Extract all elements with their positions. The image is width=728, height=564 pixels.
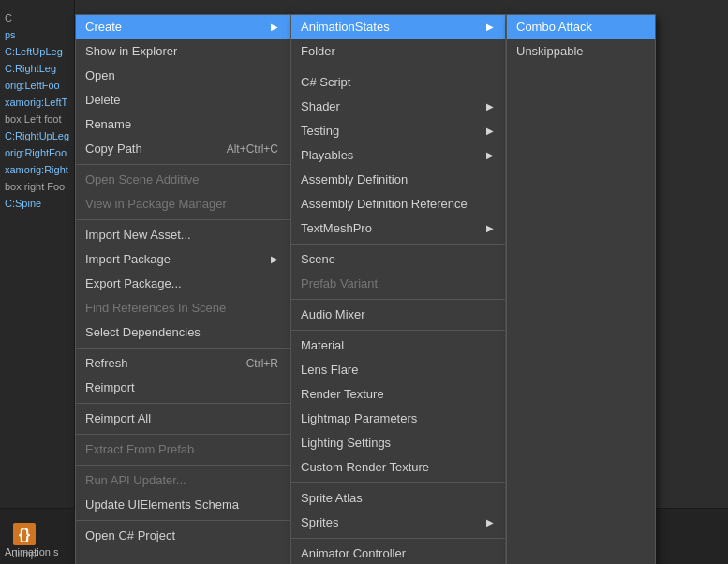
menu-item-rename[interactable]: Rename: [76, 112, 290, 137]
menu-item-label: Refresh: [85, 354, 128, 373]
menu-item-label: Assembly Definition Reference: [301, 195, 468, 214]
menu-item-custom-render-texture[interactable]: Custom Render Texture: [291, 455, 505, 480]
submenu-arrow: ▶: [486, 219, 494, 238]
sidebar-content: C ps C:LeftUpLeg C:RightLeg orig:LeftFoo…: [0, 0, 74, 221]
submenu-arrow: ▶: [271, 250, 278, 269]
menu-level3: Combo Attack Unskippable: [506, 14, 656, 564]
menu-item-lighting-settings[interactable]: Lighting Settings: [291, 431, 505, 455]
separator7: [76, 520, 290, 521]
menu-item-label: Scene: [301, 250, 335, 269]
menu-item-label: Sprites: [301, 513, 338, 532]
menu-item-label: Reimport All: [85, 409, 151, 428]
menu-item-refresh[interactable]: Refresh Ctrl+R: [76, 351, 290, 376]
menu-level1: Create ▶ Show in Explorer Open Delete Re…: [75, 14, 290, 564]
menu-item-folder[interactable]: Folder: [291, 39, 505, 64]
menu-item-lens-flare[interactable]: Lens Flare: [291, 358, 505, 382]
animation-icon: {}: [9, 519, 39, 549]
menu-item-shader[interactable]: Shader ▶: [291, 95, 505, 119]
context-menu-container: Create ▶ Show in Explorer Open Delete Re…: [75, 14, 656, 564]
menu-item-open-scene-additive: Open Scene Additive: [76, 168, 290, 192]
menu-item-label: Open Scene Additive: [85, 171, 199, 189]
menu-item-assembly-definition-reference[interactable]: Assembly Definition Reference: [291, 192, 505, 216]
menu-item-sprites[interactable]: Sprites ▶: [291, 511, 505, 535]
menu-item-label: Import New Asset...: [85, 226, 191, 245]
menu-item-show-explorer[interactable]: Show in Explorer: [76, 39, 290, 64]
menu-item-reimport-all[interactable]: Reimport All: [76, 407, 290, 431]
menu-item-export-package[interactable]: Export Package...: [76, 272, 290, 296]
menu-level2: AnimationStates ▶ Folder C# Script Shade…: [290, 14, 506, 564]
menu-item-reimport[interactable]: Reimport: [76, 376, 290, 400]
menu-item-playables[interactable]: Playables ▶: [291, 143, 505, 168]
menu-item-sprite-atlas[interactable]: Sprite Atlas: [291, 486, 505, 511]
submenu-arrow: ▶: [486, 146, 494, 165]
submenu-arrow: ▶: [486, 122, 494, 141]
menu-item-unskippable[interactable]: Unskippable: [507, 39, 655, 64]
separator6: [76, 465, 290, 466]
menu-item-animation-states[interactable]: AnimationStates ▶: [291, 15, 505, 39]
menu-item-label: Show in Explorer: [85, 42, 177, 61]
menu-item-material[interactable]: Material: [291, 334, 505, 358]
menu-item-label: AnimationStates: [301, 18, 390, 37]
menu-item-label: Playables: [301, 146, 353, 165]
menu-item-label: Combo Attack: [516, 18, 592, 37]
menu-item-label: Lighting Settings: [301, 434, 391, 453]
menu-item-label: C# Script: [301, 73, 350, 92]
menu-item-label: Testing: [301, 122, 339, 141]
submenu-arrow: ▶: [486, 97, 494, 116]
menu-item-import-new-asset[interactable]: Import New Asset...: [76, 223, 290, 247]
menu-item-label: Render Texture: [301, 385, 384, 404]
menu-item-audio-mixer[interactable]: Audio Mixer: [291, 303, 505, 327]
menu-item-label: Open C# Project: [85, 527, 175, 545]
menu-item-textmeshpro[interactable]: TextMeshPro ▶: [291, 216, 505, 241]
menu-item-label: Delete: [85, 91, 121, 110]
separator-l2-4: [291, 330, 505, 331]
menu-item-run-api-updater: Run API Updater...: [76, 468, 290, 493]
menu-item-label: Custom Render Texture: [301, 458, 429, 477]
menu-item-label: Animator Controller: [301, 544, 406, 563]
menu-item-delete[interactable]: Delete: [76, 88, 290, 112]
menu-item-label: Audio Mixer: [301, 305, 365, 324]
shortcut-copy-path: Alt+Ctrl+C: [227, 140, 278, 158]
menu-item-find-references: Find References In Scene: [76, 296, 290, 320]
svg-text:{}: {}: [19, 527, 30, 542]
menu-item-update-uielements[interactable]: Update UIElements Schema: [76, 493, 290, 517]
menu-item-label: Assembly Definition: [301, 171, 408, 189]
menu-item-open[interactable]: Open: [76, 64, 290, 88]
separator2: [76, 219, 290, 220]
menu-item-render-texture[interactable]: Render Texture: [291, 382, 505, 407]
submenu-arrow: ▶: [486, 18, 494, 37]
menu-item-select-dependencies[interactable]: Select Dependencies: [76, 320, 290, 345]
menu-item-label: Create: [85, 18, 122, 37]
menu-item-label: Unskippable: [516, 42, 584, 61]
menu-item-label: Export Package...: [85, 275, 182, 293]
menu-item-lightmap-parameters[interactable]: Lightmap Parameters: [291, 407, 505, 431]
menu-item-animator-controller[interactable]: Animator Controller: [291, 542, 505, 564]
menu-item-import-package[interactable]: Import Package ▶: [76, 247, 290, 272]
menu-item-label: Copy Path: [85, 140, 142, 158]
menu-item-scene[interactable]: Scene: [291, 247, 505, 272]
menu-item-label: Rename: [85, 115, 131, 134]
menu-item-label: Update UIElements Schema: [85, 496, 239, 514]
menu-item-create[interactable]: Create ▶: [76, 15, 290, 39]
separator5: [76, 434, 290, 435]
menu-item-testing[interactable]: Testing ▶: [291, 119, 505, 143]
menu-item-label: Sprite Atlas: [301, 489, 363, 508]
separator1: [76, 164, 290, 165]
submenu-arrow: ▶: [271, 18, 278, 37]
menu-item-copy-path[interactable]: Copy Path Alt+Ctrl+C: [76, 137, 290, 161]
menu-item-combo-attack[interactable]: Combo Attack: [507, 15, 655, 39]
menu-item-label: View in Package Manager: [85, 195, 227, 214]
sidebar: C ps C:LeftUpLeg C:RightLeg orig:LeftFoo…: [0, 0, 75, 564]
separator-l2-6: [291, 538, 505, 539]
menu-item-view-package-manager: View in Package Manager: [76, 192, 290, 216]
jump-label: Jump: [13, 549, 36, 559]
separator-l2-5: [291, 482, 505, 483]
menu-item-label: Open: [85, 67, 115, 85]
menu-item-csharp-script[interactable]: C# Script: [291, 70, 505, 95]
menu-item-open-csharp[interactable]: Open C# Project: [76, 524, 290, 548]
menu-item-prefab-variant: Prefab Variant: [291, 272, 505, 296]
submenu-arrow: ▶: [486, 513, 494, 532]
separator-l2-1: [291, 67, 505, 67]
menu-item-assembly-definition[interactable]: Assembly Definition: [291, 168, 505, 192]
menu-item-label: Material: [301, 336, 344, 355]
